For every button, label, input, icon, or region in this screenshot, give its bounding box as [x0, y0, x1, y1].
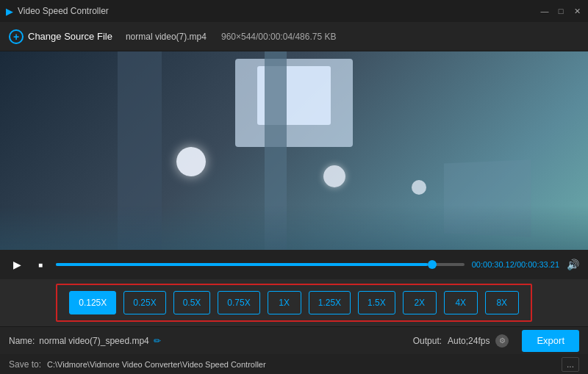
- speed-button-1[interactable]: 1X: [268, 291, 301, 314]
- speed-box: 0.125X0.25X0.5X0.75X1X1.25X1.5X2X4X8X: [56, 284, 532, 322]
- speed-wrapper: 0.125X0.25X0.5X0.75X1X1.25X1.5X2X4X8X: [0, 279, 588, 326]
- volume-icon[interactable]: 🔊: [567, 259, 579, 270]
- ceiling-light-2: [323, 165, 345, 187]
- progress-thumb: [428, 260, 437, 269]
- close-button[interactable]: ✕: [572, 6, 582, 16]
- speed-button-0.25[interactable]: 0.25X: [123, 291, 165, 314]
- speed-button-1.5[interactable]: 1.5X: [358, 291, 395, 314]
- app-title: Video Speed Controller: [18, 6, 109, 16]
- name-section: Name: normal video(7)_speed.mp4 ✏: [9, 336, 161, 346]
- file-metadata: 960×544/00:00:04/486.75 KB: [221, 32, 336, 42]
- add-icon: +: [9, 29, 24, 44]
- save-label: Save to:: [9, 359, 41, 370]
- video-preview: [0, 51, 588, 250]
- stop-button[interactable]: ■: [32, 256, 49, 273]
- output-value: Auto;24fps: [448, 336, 490, 346]
- bottom-info: Name: normal video(7)_speed.mp4 ✏ Output…: [0, 326, 588, 354]
- play-button[interactable]: ▶: [9, 256, 25, 273]
- output-section: Output: Auto;24fps ⚙ Export: [413, 330, 579, 352]
- speed-button-0.125[interactable]: 0.125X: [69, 291, 116, 314]
- output-filename: normal video(7)_speed.mp4: [39, 336, 148, 346]
- toolbar: + Change Source File normal video(7).mp4…: [0, 22, 588, 51]
- app-icon: ▶: [6, 6, 13, 17]
- save-path: C:\Vidmore\Vidmore Video Converter\Video…: [47, 360, 556, 369]
- file-name: normal video(7).mp4: [126, 32, 207, 42]
- title-controls: — □ ✕: [539, 6, 582, 16]
- maximize-button[interactable]: □: [556, 6, 566, 16]
- speed-button-8[interactable]: 8X: [485, 291, 519, 314]
- progress-bar[interactable]: [56, 263, 465, 266]
- controls-bar: ▶ ■ 00:00:30.12/00:00:33.21 🔊: [0, 250, 588, 279]
- time-display: 00:00:30.12/00:00:33.21: [472, 260, 559, 269]
- edit-icon[interactable]: ✏: [154, 336, 161, 346]
- ceiling-light-1: [176, 147, 206, 176]
- speed-button-0.75[interactable]: 0.75X: [218, 291, 259, 314]
- export-button[interactable]: Export: [522, 330, 579, 352]
- title-left: ▶ Video Speed Controller: [6, 6, 109, 17]
- minimize-button[interactable]: —: [539, 6, 550, 16]
- floor-reflection: [0, 206, 588, 250]
- speed-button-1.25[interactable]: 1.25X: [309, 291, 351, 314]
- speed-button-4[interactable]: 4X: [444, 291, 478, 314]
- speed-button-2[interactable]: 2X: [403, 291, 437, 314]
- save-bar: Save to: C:\Vidmore\Vidmore Video Conver…: [0, 354, 588, 374]
- change-source-label: Change Source File: [28, 31, 112, 42]
- output-label: Output:: [413, 336, 442, 346]
- title-bar: ▶ Video Speed Controller — □ ✕: [0, 0, 588, 22]
- settings-icon[interactable]: ⚙: [495, 334, 509, 348]
- ceiling-light-3: [412, 180, 426, 195]
- progress-fill: [56, 263, 428, 266]
- video-thumbnail: [0, 51, 588, 250]
- change-source-button[interactable]: + Change Source File: [9, 29, 112, 44]
- name-label: Name:: [9, 336, 35, 346]
- browse-button[interactable]: ...: [562, 357, 579, 372]
- speed-button-0.5[interactable]: 0.5X: [173, 291, 211, 314]
